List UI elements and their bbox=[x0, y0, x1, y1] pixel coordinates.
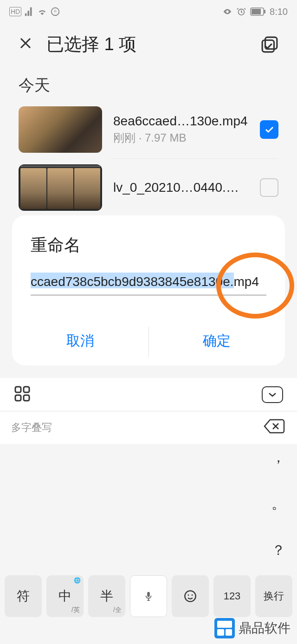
file-item[interactable]: 8ea6ccaed…130e.mp4 刚刚 · 7.97 MB bbox=[0, 101, 297, 158]
svg-rect-7 bbox=[15, 387, 21, 392]
svg-point-12 bbox=[185, 591, 195, 601]
svg-rect-8 bbox=[24, 387, 29, 392]
smile-icon bbox=[184, 590, 197, 603]
enter-key[interactable]: 换行 bbox=[255, 575, 292, 617]
video-thumbnail bbox=[19, 164, 102, 211]
hand-icon bbox=[50, 7, 60, 17]
battery-icon bbox=[250, 7, 266, 16]
number-key[interactable]: 123 bbox=[213, 575, 251, 617]
signal-icon bbox=[24, 7, 34, 17]
clock-time: 8:10 bbox=[270, 7, 288, 17]
close-button[interactable] bbox=[19, 34, 32, 54]
keyboard-toolbar bbox=[0, 378, 297, 411]
watermark-text: 鼎品软件 bbox=[239, 619, 291, 637]
status-left: HD bbox=[9, 7, 60, 17]
header-title: 已选择 1 项 bbox=[46, 33, 247, 56]
rename-dialog: 重命名 取消 确定 bbox=[12, 215, 285, 365]
space-key[interactable] bbox=[130, 575, 167, 617]
select-all-button[interactable] bbox=[261, 36, 278, 53]
question-key[interactable]: ？ bbox=[271, 539, 285, 562]
mic-icon bbox=[143, 589, 154, 603]
watermark-logo bbox=[214, 618, 235, 638]
video-thumbnail bbox=[19, 106, 102, 153]
backspace-key[interactable] bbox=[264, 418, 286, 435]
hd-icon: HD bbox=[9, 7, 21, 16]
file-checkbox[interactable] bbox=[260, 178, 278, 197]
keyboard-grid-icon[interactable] bbox=[14, 385, 31, 404]
svg-rect-6 bbox=[262, 40, 274, 52]
file-name: lv_0_20210…0440.mp4 bbox=[113, 180, 249, 195]
file-name: 8ea6ccaed…130e.mp4 bbox=[113, 114, 249, 129]
svg-rect-4 bbox=[264, 10, 265, 13]
svg-rect-3 bbox=[252, 9, 261, 14]
svg-point-13 bbox=[188, 594, 189, 596]
emoji-key[interactable] bbox=[172, 575, 209, 617]
selection-header: 已选择 1 项 bbox=[0, 23, 297, 65]
file-meta: 刚刚 · 7.97 MB bbox=[113, 130, 249, 145]
svg-rect-10 bbox=[24, 395, 29, 401]
status-bar: HD 8:10 bbox=[0, 0, 297, 23]
dialog-title: 重命名 bbox=[12, 234, 285, 271]
svg-point-0 bbox=[52, 8, 59, 16]
svg-rect-11 bbox=[147, 592, 150, 597]
alarm-icon bbox=[236, 7, 246, 17]
comma-key[interactable]: ， bbox=[271, 446, 285, 469]
rename-input[interactable] bbox=[31, 271, 266, 295]
keyboard-bottom-row: 符 中 🌐 /英 半 /全 123 换行 bbox=[0, 575, 297, 617]
watermark: 鼎品软件 bbox=[214, 618, 291, 638]
language-key[interactable]: 中 🌐 /英 bbox=[46, 575, 84, 617]
svg-point-14 bbox=[192, 594, 193, 596]
file-item[interactable]: lv_0_20210…0440.mp4 bbox=[0, 159, 297, 216]
section-today: 今天 bbox=[0, 65, 297, 101]
status-right: 8:10 bbox=[222, 7, 288, 17]
cancel-button[interactable]: 取消 bbox=[12, 319, 148, 365]
width-key[interactable]: 半 /全 bbox=[88, 575, 125, 617]
globe-icon: 🌐 bbox=[74, 577, 81, 584]
eye-icon bbox=[222, 7, 232, 17]
wifi-icon bbox=[37, 7, 47, 17]
file-checkbox[interactable] bbox=[260, 120, 278, 139]
period-key[interactable]: 。 bbox=[271, 492, 285, 515]
confirm-button[interactable]: 确定 bbox=[149, 319, 285, 365]
keyboard-collapse-button[interactable] bbox=[262, 386, 283, 403]
svg-rect-9 bbox=[15, 395, 21, 401]
keyboard-area: 多字叠写 bbox=[0, 411, 297, 444]
keyboard-hint: 多字叠写 bbox=[0, 411, 297, 444]
symbol-key[interactable]: 符 bbox=[5, 575, 42, 617]
